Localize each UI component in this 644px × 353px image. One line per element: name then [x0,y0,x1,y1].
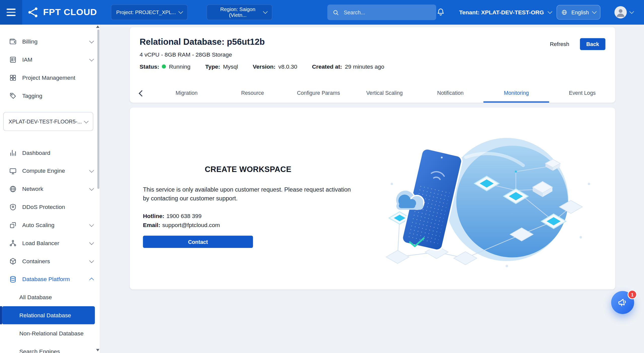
sidebar-subitem-label: All Database [19,294,52,300]
project-selector-label: Project: PROJECT_XPL... [116,10,176,15]
tab-configure-params[interactable]: Configure Params [286,84,351,103]
chevron-down-icon [592,9,596,14]
chevron-down-icon [89,240,94,245]
globe-icon [9,185,17,193]
scroll-down-arrow[interactable] [96,349,99,351]
megaphone-icon [617,297,628,308]
chevron-down-icon [89,186,94,190]
cube-icon [9,257,17,265]
sidebar-subitem-label: Relational Database [19,312,71,319]
back-button[interactable]: Back [580,38,605,50]
sidebar-item-label: Compute Engine [22,167,85,174]
hierarchy-icon [9,239,17,247]
sidebar-subitem-relational-database[interactable]: Relational Database [2,306,95,324]
sidebar-item-auto-scaling[interactable]: Auto Scaling [0,216,100,234]
profile-menu[interactable] [612,0,636,25]
status-value: Running [169,63,190,70]
scaling-icon [9,221,17,229]
sidebar-subitem-all-database[interactable]: All Database [0,288,100,306]
sidebar-item-containers[interactable]: Containers [0,252,100,270]
sidebar-item-label: Load Balancer [22,240,85,246]
hotline-value: 1900 638 399 [166,213,202,219]
created-label: Created at: [312,63,342,70]
project-board-icon [9,74,17,81]
sidebar-subitem-search-engines[interactable]: Search Engines [0,342,100,353]
sidebar-item-label: Tagging [22,92,93,99]
database-meta: Status: Running Type: Mysql Version: v8.… [140,63,605,70]
email-label: Email: [143,222,160,228]
fpt-cloud-logo-icon [27,6,39,18]
tab-monitoring[interactable]: Monitoring [483,84,549,103]
project-selector[interactable]: Project: PROJECT_XPL... [111,5,188,20]
tab-migration[interactable]: Migration [154,84,220,103]
hotline-label: Hotline: [143,213,164,219]
sidebar-main-nav: Dashboard Compute Engine Network [0,144,100,353]
scroll-up-arrow[interactable] [96,25,99,28]
sidebar-item-billing[interactable]: Billing [0,32,100,51]
database-icon [9,275,17,283]
notification-count-badge: 1 [628,290,637,299]
sidebar-item-compute-engine[interactable]: Compute Engine [0,162,100,180]
sidebar-item-label: Auto Scaling [22,222,85,228]
chevron-down-icon [548,9,552,14]
menu-button[interactable] [0,0,22,25]
sidebar-item-project-management[interactable]: Project Management [0,69,100,87]
sidebar-item-dashboard[interactable]: Dashboard [0,144,100,162]
sidebar-item-label: Database Platform [22,276,85,282]
page-title: Relational Database: p56ut12b [140,37,605,47]
type-group: Type: Mysql [205,63,238,70]
tab-notification[interactable]: Notification [417,84,483,103]
sidebar-subitem-non-relational-database[interactable]: Non-Relational Database [0,324,100,342]
sidebar-scrollbar[interactable] [97,30,99,189]
tab-bar: Migration Resource Configure Params Vert… [130,84,615,103]
search-input[interactable] [343,9,431,16]
sidebar-subitem-label: Search Engines [19,348,60,353]
hotline-line: Hotline:1900 638 399 [143,212,353,220]
sidebar-item-label: Containers [22,258,85,264]
sidebar-item-iam[interactable]: IAM [0,51,100,69]
sidebar-item-label: Project Management [22,74,93,81]
logo[interactable]: FPT CLOUD [27,0,97,25]
globe-icon [561,9,568,16]
chevron-down-icon [178,9,183,14]
workspace-selector[interactable]: XPLAT-DEV-TEST-FLOOR5-... [3,112,93,131]
region-selector-label: Region: Saigon (Vietn... [212,7,264,18]
type-value: Mysql [223,63,238,70]
sidebar-item-ddos-protection[interactable]: DDoS Protection [0,198,100,216]
chevron-down-icon [89,57,94,61]
workspace-title: CREATE WORKSPACE [143,165,353,174]
version-value: v8.0.30 [278,63,297,70]
sidebar-item-tagging[interactable]: Tagging [0,86,100,105]
search-icon [332,9,339,16]
sidebar-item-label: DDoS Protection [22,204,93,210]
refresh-button[interactable]: Refresh [547,41,572,48]
chevron-down-icon [89,258,94,263]
avatar [614,6,627,18]
tenant-selector[interactable]: Tenant: XPLAT-DEV-TEST-ORG [457,0,554,25]
header-actions: Refresh Back [547,38,606,50]
tab-vertical-scaling[interactable]: Vertical Scaling [351,84,417,103]
tag-icon [9,92,17,100]
sidebar-item-network[interactable]: Network [0,180,100,198]
workspace-illustration [384,135,606,278]
chevron-down-icon [629,9,634,14]
chevron-down-icon [89,168,94,172]
sidebar-item-database-platform[interactable]: Database Platform [0,270,100,288]
tabs-scroll-left-button[interactable] [130,84,154,103]
email-value: support@fptcloud.com [162,222,220,228]
tab-resource[interactable]: Resource [220,84,286,103]
sidebar-item-label: IAM [22,56,85,63]
search-box [327,5,436,20]
created-group: Created at: 29 minutes ago [312,63,384,70]
notifications-button[interactable] [436,7,445,18]
tab-event-logs[interactable]: Event Logs [549,84,615,103]
sidebar-item-load-balancer[interactable]: Load Balancer [0,234,100,252]
logo-text: FPT CLOUD [43,7,97,18]
contact-button[interactable]: Contact [143,236,253,248]
language-label: English [571,9,589,15]
monitor-icon [9,167,17,175]
language-selector[interactable]: English [556,5,600,20]
wallet-icon [9,37,17,45]
version-group: Version: v8.0.30 [253,63,297,70]
region-selector[interactable]: Region: Saigon (Vietn... [207,5,272,20]
